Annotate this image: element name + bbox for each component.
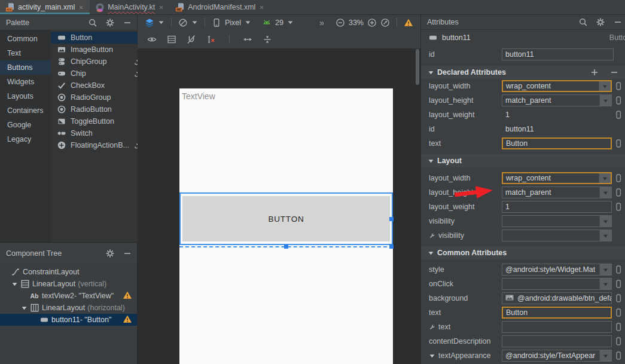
resize-handle-bottom[interactable] bbox=[284, 244, 288, 249]
flag-icon[interactable] bbox=[614, 96, 623, 105]
palette-category-containers[interactable]: Containers bbox=[0, 103, 51, 118]
minimize-icon[interactable] bbox=[123, 18, 132, 27]
attr-field-style[interactable]: @android:style/Widget.Mat bbox=[502, 264, 612, 276]
warnings-icon[interactable] bbox=[404, 18, 413, 27]
dropdown-button[interactable] bbox=[599, 173, 611, 183]
orientation-icon[interactable] bbox=[178, 18, 188, 27]
resize-handle-right[interactable] bbox=[389, 217, 394, 221]
flag-icon[interactable] bbox=[614, 337, 623, 346]
palette-category-common[interactable]: Common bbox=[0, 32, 51, 46]
attr-field-text[interactable] bbox=[502, 321, 612, 333]
palette-item-togglebutton[interactable]: ToggleButton bbox=[51, 115, 149, 127]
resize-handle-corner[interactable] bbox=[389, 244, 394, 249]
search-icon[interactable] bbox=[88, 18, 97, 27]
gear-icon[interactable] bbox=[596, 17, 605, 27]
attr-field-layout-width[interactable]: wrap_content bbox=[502, 172, 612, 184]
dropdown-button[interactable] bbox=[599, 230, 611, 241]
expander-icon[interactable] bbox=[428, 250, 434, 256]
id-field[interactable]: button11 bbox=[502, 48, 614, 60]
expander-icon[interactable] bbox=[11, 281, 18, 287]
api-level-selector[interactable]: 29 bbox=[275, 19, 283, 27]
tree-item-button11-button[interactable]: button11- "Button" bbox=[0, 314, 137, 326]
flag-icon[interactable] bbox=[614, 81, 623, 91]
attr-field-layout-weight[interactable]: 1 bbox=[502, 201, 612, 213]
section-header-declared-attributes[interactable]: Declared Attributes bbox=[421, 66, 625, 79]
tab-androidmanifest-xml[interactable]: MF AndroidManifest.xml bbox=[170, 0, 270, 14]
search-icon[interactable] bbox=[578, 17, 588, 27]
attr-field-layout-width[interactable]: wrap_content bbox=[502, 80, 612, 92]
attr-field-onclick[interactable] bbox=[502, 278, 612, 290]
dropdown-button[interactable] bbox=[599, 264, 611, 275]
flag-icon[interactable] bbox=[614, 265, 623, 274]
tree-item-linearlayout[interactable]: LinearLayout (horizontal) bbox=[0, 302, 137, 314]
zoom-to-fit-icon[interactable] bbox=[380, 18, 390, 27]
add-attribute-icon[interactable] bbox=[590, 68, 599, 77]
close-tab-icon[interactable] bbox=[158, 4, 164, 11]
tree-item-linearlayout[interactable]: LinearLayout (vertical) bbox=[0, 278, 137, 290]
attr-field-visibility[interactable] bbox=[502, 230, 612, 241]
attr-field-textappearance[interactable]: @android:style/TextAppear bbox=[502, 350, 612, 362]
attr-field-visibility[interactable] bbox=[502, 215, 612, 227]
attr-field-layout-height[interactable]: match_parent bbox=[502, 186, 612, 198]
device-selector[interactable]: Pixel bbox=[225, 19, 241, 27]
dropdown-button[interactable] bbox=[599, 95, 611, 106]
dropdown-button[interactable] bbox=[599, 216, 611, 227]
expander-icon[interactable] bbox=[21, 305, 28, 311]
expand-horizontal-icon[interactable] bbox=[243, 35, 252, 44]
attr-field-layout-height[interactable]: match_parent bbox=[502, 94, 612, 106]
zoom-in-icon[interactable] bbox=[367, 18, 377, 27]
dropdown-button[interactable] bbox=[599, 187, 611, 198]
palette-item-floatingactionb[interactable]: FloatingActionB... bbox=[51, 139, 149, 151]
chevron-down-icon[interactable] bbox=[158, 19, 164, 26]
tree-item-textview2-textview[interactable]: Ab textView2- "TextView" bbox=[0, 290, 137, 302]
palette-category-legacy[interactable]: Legacy bbox=[0, 132, 51, 146]
palette-item-button[interactable]: Button bbox=[51, 32, 149, 44]
palette-category-layouts[interactable]: Layouts bbox=[0, 89, 51, 103]
section-header-layout[interactable]: Layout bbox=[421, 154, 625, 167]
expander-icon[interactable] bbox=[429, 353, 435, 359]
design-surface-mode-icon[interactable] bbox=[145, 18, 154, 27]
palette-item-chipgroup[interactable]: ChipGroup bbox=[51, 56, 149, 68]
view-options-eye-icon[interactable] bbox=[147, 35, 157, 44]
flag-icon[interactable] bbox=[614, 139, 623, 148]
chevron-down-icon[interactable] bbox=[287, 19, 294, 26]
zoom-out-icon[interactable] bbox=[336, 18, 345, 27]
palette-item-radiogroup[interactable]: RadioGroup bbox=[51, 91, 149, 103]
minimize-icon[interactable] bbox=[613, 17, 623, 27]
dropdown-button[interactable] bbox=[599, 81, 611, 91]
section-header-common-attributes[interactable]: Common Attributes bbox=[421, 246, 625, 259]
flag-icon[interactable] bbox=[614, 173, 623, 183]
palette-category-google[interactable]: Google bbox=[0, 118, 51, 132]
distribute-vertical-icon[interactable] bbox=[263, 35, 272, 44]
expander-icon[interactable] bbox=[428, 69, 434, 76]
autoconnect-off-magnet-icon[interactable] bbox=[187, 35, 196, 44]
expander-icon[interactable] bbox=[428, 158, 434, 164]
chevron-down-icon[interactable] bbox=[191, 19, 198, 26]
linear-layout-icon[interactable] bbox=[167, 35, 176, 44]
flag-icon[interactable] bbox=[614, 351, 623, 360]
close-tab-icon[interactable] bbox=[258, 4, 265, 11]
flag-icon[interactable] bbox=[614, 308, 623, 317]
attr-field-contentdescription[interactable] bbox=[502, 335, 612, 347]
flag-icon[interactable] bbox=[614, 202, 623, 212]
canvas-button[interactable]: BUTTON bbox=[182, 196, 390, 241]
flag-icon[interactable] bbox=[614, 188, 623, 197]
canvas-textview[interactable]: TextView bbox=[182, 91, 215, 101]
gear-icon[interactable] bbox=[105, 249, 115, 258]
palette-item-radiobutton[interactable]: RadioButton bbox=[51, 103, 149, 115]
tab-mainactivity-kt[interactable]: MainActivity.kt bbox=[90, 0, 170, 14]
clear-constraints-icon[interactable] bbox=[206, 35, 216, 44]
palette-category-widgets[interactable]: Widgets bbox=[0, 75, 51, 89]
tab-activity-main-xml[interactable]: <> activity_main.xml bbox=[0, 0, 90, 14]
palette-item-checkbox[interactable]: CheckBox bbox=[51, 79, 149, 91]
flag-icon[interactable] bbox=[614, 322, 623, 332]
minimize-icon[interactable] bbox=[123, 249, 132, 258]
palette-category-text[interactable]: Text bbox=[0, 46, 51, 60]
remove-attribute-icon[interactable] bbox=[609, 68, 619, 77]
close-tab-icon[interactable] bbox=[78, 4, 84, 11]
attr-field-text[interactable]: Button bbox=[502, 307, 612, 319]
palette-category-buttons[interactable]: Buttons bbox=[0, 60, 51, 75]
device-canvas[interactable]: TextView BUTTON bbox=[179, 88, 393, 364]
dropdown-button[interactable] bbox=[599, 279, 611, 289]
tree-item-constraintlayout[interactable]: ConstraintLayout bbox=[0, 266, 137, 278]
